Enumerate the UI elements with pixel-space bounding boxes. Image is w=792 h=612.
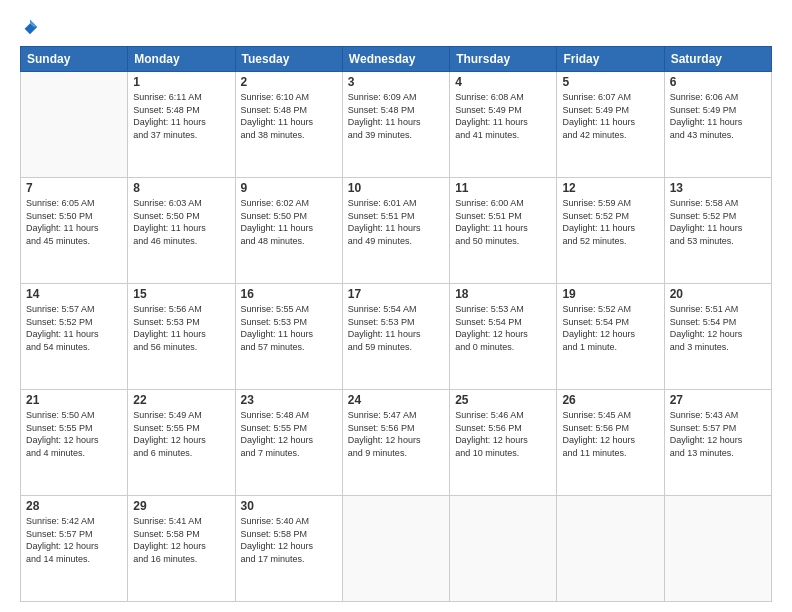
calendar-cell: 14Sunrise: 5:57 AM Sunset: 5:52 PM Dayli… (21, 284, 128, 390)
day-info: Sunrise: 5:52 AM Sunset: 5:54 PM Dayligh… (562, 303, 658, 353)
day-number: 5 (562, 75, 658, 89)
day-info: Sunrise: 6:09 AM Sunset: 5:48 PM Dayligh… (348, 91, 444, 141)
day-info: Sunrise: 6:06 AM Sunset: 5:49 PM Dayligh… (670, 91, 766, 141)
calendar-cell: 8Sunrise: 6:03 AM Sunset: 5:50 PM Daylig… (128, 178, 235, 284)
day-number: 23 (241, 393, 337, 407)
day-header-saturday: Saturday (664, 47, 771, 72)
day-number: 25 (455, 393, 551, 407)
page: SundayMondayTuesdayWednesdayThursdayFrid… (0, 0, 792, 612)
day-number: 21 (26, 393, 122, 407)
calendar-cell: 17Sunrise: 5:54 AM Sunset: 5:53 PM Dayli… (342, 284, 449, 390)
day-info: Sunrise: 5:55 AM Sunset: 5:53 PM Dayligh… (241, 303, 337, 353)
calendar-cell: 11Sunrise: 6:00 AM Sunset: 5:51 PM Dayli… (450, 178, 557, 284)
day-header-thursday: Thursday (450, 47, 557, 72)
day-info: Sunrise: 5:58 AM Sunset: 5:52 PM Dayligh… (670, 197, 766, 247)
day-number: 27 (670, 393, 766, 407)
calendar-cell: 24Sunrise: 5:47 AM Sunset: 5:56 PM Dayli… (342, 390, 449, 496)
day-info: Sunrise: 5:48 AM Sunset: 5:55 PM Dayligh… (241, 409, 337, 459)
calendar-cell: 1Sunrise: 6:11 AM Sunset: 5:48 PM Daylig… (128, 72, 235, 178)
day-header-sunday: Sunday (21, 47, 128, 72)
calendar-cell: 26Sunrise: 5:45 AM Sunset: 5:56 PM Dayli… (557, 390, 664, 496)
day-header-monday: Monday (128, 47, 235, 72)
calendar-cell: 23Sunrise: 5:48 AM Sunset: 5:55 PM Dayli… (235, 390, 342, 496)
calendar-week-2: 7Sunrise: 6:05 AM Sunset: 5:50 PM Daylig… (21, 178, 772, 284)
day-number: 26 (562, 393, 658, 407)
calendar-cell: 29Sunrise: 5:41 AM Sunset: 5:58 PM Dayli… (128, 496, 235, 602)
calendar-cell: 13Sunrise: 5:58 AM Sunset: 5:52 PM Dayli… (664, 178, 771, 284)
calendar-cell (342, 496, 449, 602)
day-info: Sunrise: 6:11 AM Sunset: 5:48 PM Dayligh… (133, 91, 229, 141)
day-number: 24 (348, 393, 444, 407)
day-number: 10 (348, 181, 444, 195)
day-info: Sunrise: 5:56 AM Sunset: 5:53 PM Dayligh… (133, 303, 229, 353)
day-header-friday: Friday (557, 47, 664, 72)
calendar-cell: 25Sunrise: 5:46 AM Sunset: 5:56 PM Dayli… (450, 390, 557, 496)
day-number: 19 (562, 287, 658, 301)
day-info: Sunrise: 5:40 AM Sunset: 5:58 PM Dayligh… (241, 515, 337, 565)
day-number: 14 (26, 287, 122, 301)
calendar-cell: 15Sunrise: 5:56 AM Sunset: 5:53 PM Dayli… (128, 284, 235, 390)
calendar-cell: 22Sunrise: 5:49 AM Sunset: 5:55 PM Dayli… (128, 390, 235, 496)
day-info: Sunrise: 5:59 AM Sunset: 5:52 PM Dayligh… (562, 197, 658, 247)
calendar-cell: 12Sunrise: 5:59 AM Sunset: 5:52 PM Dayli… (557, 178, 664, 284)
day-number: 8 (133, 181, 229, 195)
day-number: 11 (455, 181, 551, 195)
calendar-table: SundayMondayTuesdayWednesdayThursdayFrid… (20, 46, 772, 602)
logo (20, 18, 40, 36)
header (20, 18, 772, 36)
day-info: Sunrise: 6:02 AM Sunset: 5:50 PM Dayligh… (241, 197, 337, 247)
day-number: 28 (26, 499, 122, 513)
calendar-cell: 5Sunrise: 6:07 AM Sunset: 5:49 PM Daylig… (557, 72, 664, 178)
day-info: Sunrise: 6:07 AM Sunset: 5:49 PM Dayligh… (562, 91, 658, 141)
calendar-week-4: 21Sunrise: 5:50 AM Sunset: 5:55 PM Dayli… (21, 390, 772, 496)
calendar-cell: 7Sunrise: 6:05 AM Sunset: 5:50 PM Daylig… (21, 178, 128, 284)
day-number: 2 (241, 75, 337, 89)
day-info: Sunrise: 5:47 AM Sunset: 5:56 PM Dayligh… (348, 409, 444, 459)
day-info: Sunrise: 5:51 AM Sunset: 5:54 PM Dayligh… (670, 303, 766, 353)
day-info: Sunrise: 6:00 AM Sunset: 5:51 PM Dayligh… (455, 197, 551, 247)
day-info: Sunrise: 5:45 AM Sunset: 5:56 PM Dayligh… (562, 409, 658, 459)
day-info: Sunrise: 6:08 AM Sunset: 5:49 PM Dayligh… (455, 91, 551, 141)
day-number: 17 (348, 287, 444, 301)
day-number: 7 (26, 181, 122, 195)
day-number: 29 (133, 499, 229, 513)
calendar-week-1: 1Sunrise: 6:11 AM Sunset: 5:48 PM Daylig… (21, 72, 772, 178)
day-info: Sunrise: 5:43 AM Sunset: 5:57 PM Dayligh… (670, 409, 766, 459)
calendar-cell: 18Sunrise: 5:53 AM Sunset: 5:54 PM Dayli… (450, 284, 557, 390)
day-number: 9 (241, 181, 337, 195)
day-number: 6 (670, 75, 766, 89)
day-number: 16 (241, 287, 337, 301)
day-info: Sunrise: 5:46 AM Sunset: 5:56 PM Dayligh… (455, 409, 551, 459)
day-info: Sunrise: 6:03 AM Sunset: 5:50 PM Dayligh… (133, 197, 229, 247)
day-header-tuesday: Tuesday (235, 47, 342, 72)
calendar-cell: 27Sunrise: 5:43 AM Sunset: 5:57 PM Dayli… (664, 390, 771, 496)
day-number: 15 (133, 287, 229, 301)
day-info: Sunrise: 5:41 AM Sunset: 5:58 PM Dayligh… (133, 515, 229, 565)
day-info: Sunrise: 5:54 AM Sunset: 5:53 PM Dayligh… (348, 303, 444, 353)
day-info: Sunrise: 5:42 AM Sunset: 5:57 PM Dayligh… (26, 515, 122, 565)
calendar-cell: 9Sunrise: 6:02 AM Sunset: 5:50 PM Daylig… (235, 178, 342, 284)
calendar-cell (557, 496, 664, 602)
calendar-cell: 4Sunrise: 6:08 AM Sunset: 5:49 PM Daylig… (450, 72, 557, 178)
calendar-cell: 20Sunrise: 5:51 AM Sunset: 5:54 PM Dayli… (664, 284, 771, 390)
logo-icon (21, 18, 39, 36)
day-number: 22 (133, 393, 229, 407)
day-number: 1 (133, 75, 229, 89)
calendar-cell: 21Sunrise: 5:50 AM Sunset: 5:55 PM Dayli… (21, 390, 128, 496)
day-number: 3 (348, 75, 444, 89)
day-number: 30 (241, 499, 337, 513)
day-number: 18 (455, 287, 551, 301)
calendar-header-row: SundayMondayTuesdayWednesdayThursdayFrid… (21, 47, 772, 72)
day-info: Sunrise: 5:49 AM Sunset: 5:55 PM Dayligh… (133, 409, 229, 459)
day-number: 12 (562, 181, 658, 195)
calendar-cell: 2Sunrise: 6:10 AM Sunset: 5:48 PM Daylig… (235, 72, 342, 178)
day-info: Sunrise: 5:50 AM Sunset: 5:55 PM Dayligh… (26, 409, 122, 459)
day-number: 13 (670, 181, 766, 195)
calendar-cell (664, 496, 771, 602)
calendar-cell: 28Sunrise: 5:42 AM Sunset: 5:57 PM Dayli… (21, 496, 128, 602)
calendar-cell: 10Sunrise: 6:01 AM Sunset: 5:51 PM Dayli… (342, 178, 449, 284)
calendar-cell (450, 496, 557, 602)
day-header-wednesday: Wednesday (342, 47, 449, 72)
calendar-cell: 16Sunrise: 5:55 AM Sunset: 5:53 PM Dayli… (235, 284, 342, 390)
calendar-cell: 19Sunrise: 5:52 AM Sunset: 5:54 PM Dayli… (557, 284, 664, 390)
